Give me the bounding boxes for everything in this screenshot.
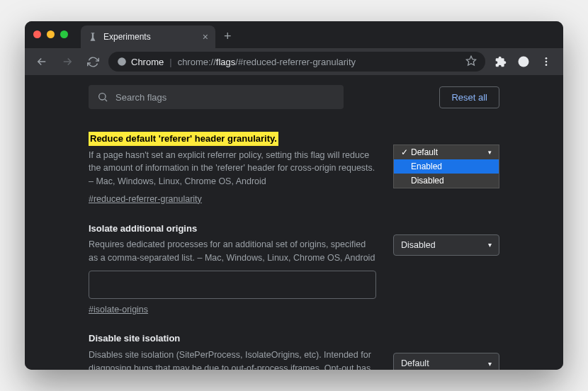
bookmark-star-icon[interactable]	[465, 55, 477, 69]
site-identity: Chrome	[117, 57, 164, 67]
svg-point-3	[545, 57, 548, 60]
flag-select[interactable]: Disabled ▾	[393, 234, 499, 256]
dropdown-option-enabled[interactable]: Enabled	[394, 159, 499, 174]
search-icon	[97, 91, 108, 103]
flag-dropdown-open[interactable]: ✓Default▾ Enabled Disabled	[393, 144, 499, 188]
titlebar: Experiments × +	[25, 21, 563, 48]
maximize-window-button[interactable]	[60, 30, 68, 38]
flag-disable-site-isolation: Disable site isolation Disables site iso…	[89, 329, 499, 370]
svg-marker-1	[466, 56, 475, 65]
forward-button[interactable]	[57, 52, 77, 72]
svg-point-0	[118, 57, 126, 66]
menu-button[interactable]	[536, 52, 556, 72]
page-content: Search flags Reset all Reduce default 'r…	[25, 75, 563, 370]
flask-icon	[88, 32, 98, 42]
chevron-down-icon: ▾	[488, 149, 492, 156]
window-controls	[33, 30, 81, 48]
isolate-origins-input[interactable]	[89, 271, 376, 299]
select-value: Default	[401, 358, 429, 368]
chevron-down-icon: ▾	[488, 360, 492, 368]
flag-description: If a page hasn't set an explicit referre…	[89, 149, 376, 188]
flag-title: Disable site isolation	[89, 332, 180, 346]
svg-point-6	[99, 94, 106, 100]
extensions-button[interactable]	[491, 52, 511, 72]
flag-reduced-referrer: Reduce default 'referer' header granular…	[89, 122, 499, 219]
address-bar[interactable]: Chrome | chrome://flags/#reduced-referre…	[108, 52, 485, 72]
close-window-button[interactable]	[33, 30, 41, 38]
svg-point-2	[519, 57, 529, 67]
flag-title: Reduce default 'referer' header granular…	[89, 132, 278, 146]
minimize-window-button[interactable]	[47, 30, 55, 38]
dropdown-option-disabled[interactable]: Disabled	[394, 174, 499, 188]
chrome-icon	[117, 57, 127, 67]
extension-icons	[491, 52, 556, 72]
flag-anchor-link[interactable]: #isolate-origins	[89, 303, 148, 317]
chrome-label: Chrome	[131, 57, 164, 67]
chevron-down-icon: ▾	[488, 241, 492, 249]
flag-title: Isolate additional origins	[89, 222, 197, 236]
profile-button[interactable]	[514, 52, 533, 72]
search-placeholder: Search flags	[115, 92, 166, 103]
flag-isolate-origins: Isolate additional origins Requires dedi…	[89, 219, 499, 329]
toolbar: Chrome | chrome://flags/#reduced-referre…	[25, 48, 563, 75]
flag-description: Disables site isolation (SitePerProcess,…	[89, 348, 376, 370]
separator: |	[169, 57, 171, 67]
reload-button[interactable]	[83, 52, 103, 72]
new-tab-button[interactable]: +	[215, 29, 240, 48]
flag-anchor-link[interactable]: #reduced-referrer-granularity	[89, 193, 202, 206]
search-row: Search flags Reset all	[89, 75, 499, 122]
url: chrome://flags/#reduced-referrer-granula…	[178, 57, 356, 67]
reset-all-button[interactable]: Reset all	[439, 86, 499, 108]
browser-window: Experiments × + Chrome | chrome://flags/…	[25, 21, 563, 370]
back-button[interactable]	[32, 52, 52, 72]
close-tab-button[interactable]: ×	[203, 31, 208, 42]
search-input[interactable]: Search flags	[89, 85, 344, 109]
flag-select[interactable]: Default ▾	[393, 353, 499, 370]
svg-point-4	[545, 61, 548, 63]
svg-point-5	[545, 64, 548, 66]
tab-title: Experiments	[103, 32, 151, 42]
browser-tab[interactable]: Experiments ×	[81, 26, 215, 48]
dropdown-option-default[interactable]: ✓Default▾	[394, 145, 499, 159]
select-value: Disabled	[401, 240, 436, 250]
flag-description: Requires dedicated processes for an addi…	[89, 238, 376, 265]
